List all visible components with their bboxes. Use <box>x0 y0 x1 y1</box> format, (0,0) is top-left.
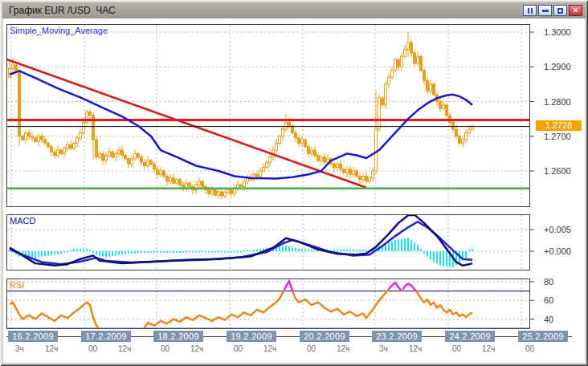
price-axis-label: 1.2800 <box>544 97 571 107</box>
time-label: 00 <box>88 344 97 353</box>
macd-axis-label: +0.005 <box>544 225 571 234</box>
date-badge: 23.2.2009 <box>372 331 422 342</box>
macd-panel[interactable] <box>6 214 530 270</box>
rsi-panel[interactable] <box>6 279 530 329</box>
date-badge: 18.2.2009 <box>153 331 203 342</box>
close-icon: ✕ <box>573 7 579 14</box>
date-badge: 17.2.2009 <box>81 331 131 342</box>
macd-axis-label: +0.000 <box>544 246 571 256</box>
date-badge: 20.2.2009 <box>300 331 349 342</box>
time-label: 12ч <box>337 344 349 353</box>
time-label: 12ч <box>482 344 495 353</box>
titlebar[interactable]: График EUR /USD ЧАС ✕ <box>2 2 586 18</box>
sma-indicator-label: Simple_Moving_Average <box>10 26 108 35</box>
price-axis-label: 1.2900 <box>544 62 571 71</box>
date-badge: 19.2.2009 <box>227 331 276 342</box>
date-badge: 24.2.2009 <box>445 331 495 342</box>
rsi-axis-label: 40 <box>544 315 553 324</box>
time-label: 12ч <box>263 344 276 353</box>
maximize-button[interactable] <box>553 5 567 16</box>
time-label: 00 <box>307 344 316 353</box>
current-price-badge: 1.2728 <box>536 120 582 131</box>
pause-button[interactable] <box>523 5 537 16</box>
time-label: 3ч <box>15 344 24 353</box>
date-badge: 25.2.2009 <box>518 331 568 342</box>
rsi-axis-label: 60 <box>544 295 553 305</box>
window-title: График EUR /USD ЧАС <box>9 5 116 16</box>
chart-window: График EUR /USD ЧАС ✕ Simple_Moving_Aver… <box>0 0 588 366</box>
maximize-icon <box>557 8 563 14</box>
minimize-icon <box>542 10 549 12</box>
price-chart-panel[interactable] <box>6 24 530 207</box>
time-label: 3ч <box>379 344 388 353</box>
window-buttons: ✕ <box>523 5 582 16</box>
time-label: 00 <box>161 344 169 353</box>
macd-indicator-label: MACD <box>10 216 35 226</box>
minimize-button[interactable] <box>538 5 552 16</box>
rsi-axis-label: 80 <box>544 277 553 287</box>
price-axis-label: 1.3000 <box>544 27 571 37</box>
time-label: 00 <box>234 344 243 353</box>
close-button[interactable]: ✕ <box>569 5 582 16</box>
time-label: 12ч <box>409 344 422 353</box>
pause-icon <box>528 8 533 14</box>
time-label: 12ч <box>45 344 58 353</box>
date-badge: 16.2.2009 <box>8 331 58 342</box>
price-axis-label: 1.2600 <box>544 166 571 176</box>
time-label: 00 <box>452 344 461 353</box>
time-label: 12ч <box>118 344 131 353</box>
rsi-indicator-label: RSI <box>10 280 24 290</box>
price-axis-label: 1.2700 <box>544 132 571 141</box>
time-label: 12ч <box>190 344 203 353</box>
time-label: 00 <box>525 344 534 353</box>
